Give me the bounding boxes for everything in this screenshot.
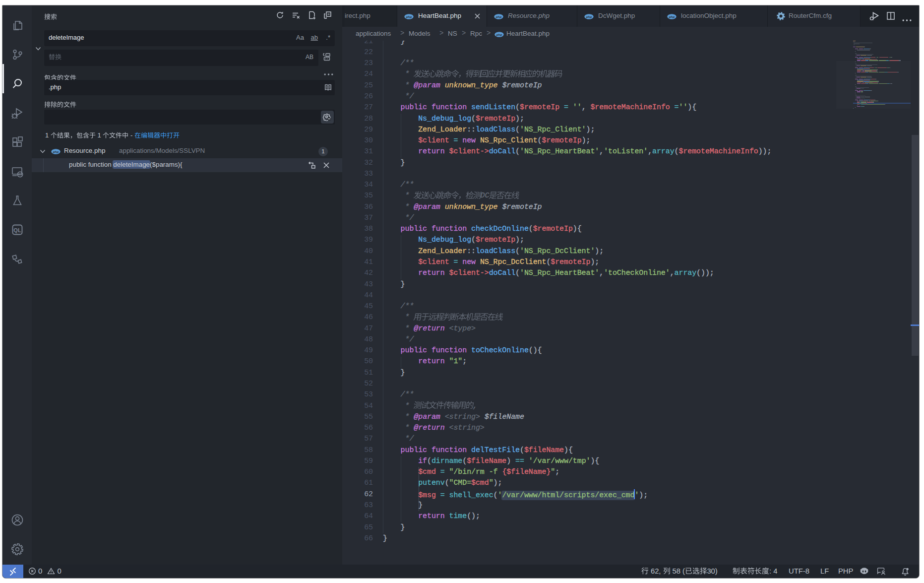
svg-text:php: php bbox=[495, 15, 502, 18]
svg-text:php: php bbox=[496, 33, 502, 36]
svg-text:php: php bbox=[53, 150, 59, 153]
svg-text:QL: QL bbox=[13, 227, 21, 233]
svg-text:php: php bbox=[586, 15, 592, 18]
svg-text:php: php bbox=[406, 15, 412, 18]
svg-text:php: php bbox=[669, 15, 675, 18]
